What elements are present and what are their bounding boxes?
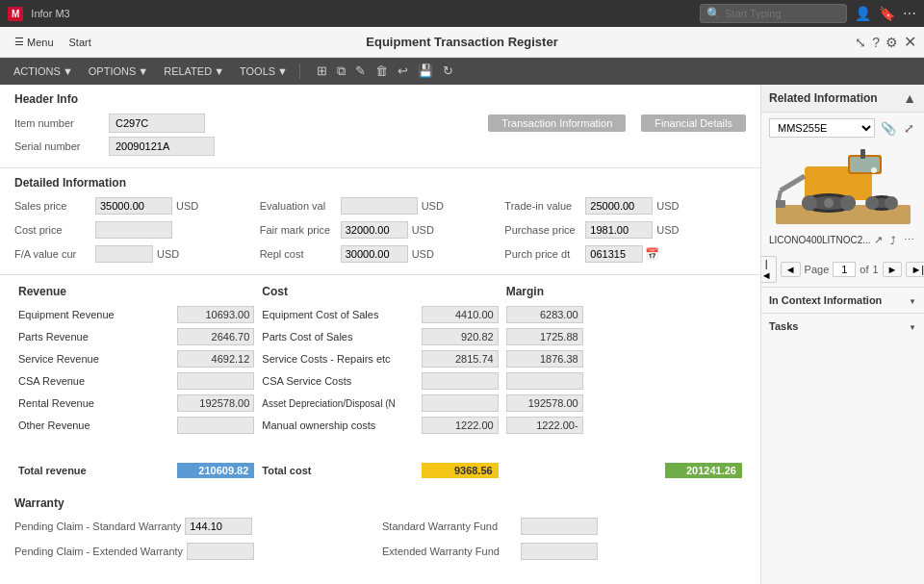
share-icon[interactable]: ⤴ bbox=[888, 232, 898, 248]
close-button[interactable]: ✕ bbox=[904, 33, 916, 51]
cost-price-input[interactable] bbox=[95, 221, 172, 239]
cost-price-label: Cost price bbox=[14, 224, 91, 236]
svg-point-17 bbox=[871, 167, 877, 173]
related-dropdown-row: MMS255E 📎 ⤢ bbox=[761, 113, 924, 143]
revenue-row-1: Parts Revenue 2646.70 bbox=[14, 326, 258, 347]
search-input[interactable] bbox=[725, 8, 840, 19]
serial-number-input[interactable] bbox=[109, 137, 215, 156]
evaluation-val-input[interactable] bbox=[341, 197, 418, 215]
last-page-button[interactable]: ►| bbox=[906, 262, 924, 277]
margin-header: Margin bbox=[502, 283, 746, 300]
related-panel-collapse[interactable]: ▲ bbox=[903, 90, 916, 106]
related-panel-title: Related Information bbox=[769, 91, 878, 105]
related-dropdown[interactable]: MMS255E bbox=[769, 118, 875, 138]
menu-button[interactable]: ☰ Menu bbox=[8, 32, 61, 52]
delete-icon[interactable]: 🗑 bbox=[372, 62, 391, 81]
related-pagination: |◄ ◄ Page of 1 ► ►| bbox=[761, 252, 924, 287]
warranty-section: Warranty Pending Claim - Standard Warran… bbox=[0, 489, 760, 571]
start-button[interactable]: Start bbox=[63, 33, 98, 52]
calendar-icon[interactable]: 📅 bbox=[645, 247, 659, 261]
repl-cost-input[interactable] bbox=[341, 245, 408, 263]
fair-mark-price-input[interactable] bbox=[341, 221, 408, 239]
sales-price-unit: USD bbox=[176, 200, 198, 212]
undo-icon[interactable]: ↩ bbox=[395, 62, 411, 81]
pending-extended-input[interactable] bbox=[187, 543, 254, 560]
separator-1 bbox=[299, 63, 300, 79]
pending-standard-input[interactable] bbox=[185, 518, 252, 535]
revenue-row-2: Service Revenue 4692.12 bbox=[14, 348, 258, 369]
app-name: Infor M3 bbox=[31, 8, 69, 19]
purch-price-dt-input-group: 📅 bbox=[585, 245, 659, 263]
margin-row-5: 1222.00- bbox=[502, 415, 746, 436]
trade-in-value-row: Trade-in value USD bbox=[504, 197, 746, 215]
user-icon[interactable]: 👤 bbox=[855, 6, 871, 21]
more-dots-icon[interactable]: ⋯ bbox=[902, 232, 916, 248]
edit-icon[interactable]: ✎ bbox=[352, 62, 369, 81]
options-menu[interactable]: OPTIONS ▼ bbox=[83, 63, 154, 79]
standard-fund-row: Standard Warranty Fund bbox=[382, 518, 746, 535]
related-menu[interactable]: RELATED ▼ bbox=[158, 63, 230, 79]
rcm-grid: Revenue Equipment Revenue 10693.00 Parts… bbox=[14, 283, 746, 481]
purch-price-dt-input[interactable] bbox=[585, 245, 643, 263]
margin-row-2: 1876.38 bbox=[502, 348, 746, 369]
revenue-row-3: CSA Revenue bbox=[14, 370, 258, 392]
standard-fund-input[interactable] bbox=[521, 518, 598, 535]
detailed-info-title: Detailed Information bbox=[14, 176, 746, 190]
refresh-icon[interactable]: ↻ bbox=[440, 62, 456, 81]
tools-menu[interactable]: TOOLS ▼ bbox=[234, 63, 294, 79]
svg-point-9 bbox=[840, 195, 856, 211]
tasks-section: Tasks bbox=[761, 313, 924, 339]
next-page-button[interactable]: ► bbox=[883, 262, 903, 277]
search-bar[interactable]: 🔍 bbox=[700, 4, 847, 23]
in-context-header[interactable]: In Context Information bbox=[769, 293, 916, 307]
trade-in-value-input[interactable] bbox=[585, 197, 653, 215]
margin-total-value: 201241.26 bbox=[665, 463, 742, 478]
standard-fund-label: Standard Warranty Fund bbox=[382, 521, 517, 532]
svg-point-10 bbox=[824, 198, 834, 208]
margin-row-0: 6283.00 bbox=[502, 304, 746, 325]
evaluation-val-unit: USD bbox=[422, 200, 444, 212]
svg-point-8 bbox=[802, 195, 817, 211]
add-icon[interactable]: ⊞ bbox=[314, 62, 330, 81]
sales-price-input[interactable] bbox=[95, 197, 172, 215]
revenue-total-value: 210609.82 bbox=[177, 463, 254, 478]
revenue-row-5: Other Revenue bbox=[14, 415, 258, 436]
item-number-row: Item number Transaction Information Fina… bbox=[14, 114, 746, 133]
fa-value-row: F/A value cur USD bbox=[14, 245, 256, 263]
extended-fund-input[interactable] bbox=[521, 543, 598, 560]
financial-details-button[interactable]: Financial Details bbox=[641, 114, 746, 132]
help-icon[interactable]: ? bbox=[872, 35, 880, 50]
pending-extended-row: Pending Claim - Extended Warranty bbox=[14, 543, 378, 560]
page-number-input[interactable] bbox=[833, 262, 856, 277]
revenue-total-row: Total revenue 210609.82 bbox=[14, 460, 258, 481]
bookmark-icon[interactable]: 🔖 bbox=[879, 6, 895, 21]
fullscreen-icon[interactable]: ⤡ bbox=[855, 35, 866, 50]
actions-menu[interactable]: ACTIONS ▼ bbox=[8, 63, 79, 79]
related-caption: LICONO400LITNOC2... ↗ ⤴ ⋯ bbox=[761, 228, 924, 252]
action-icons: ⊞ ⧉ ✎ 🗑 ↩ 💾 ↻ bbox=[314, 62, 456, 81]
tasks-header[interactable]: Tasks bbox=[769, 319, 916, 333]
first-page-button[interactable]: |◄ bbox=[760, 256, 777, 283]
copy-icon[interactable]: ⧉ bbox=[334, 62, 348, 81]
main-layout: Header Info Item number Transaction Info… bbox=[0, 85, 924, 584]
tasks-title: Tasks bbox=[769, 320, 798, 332]
prev-page-button[interactable]: ◄ bbox=[781, 262, 801, 277]
more-icon[interactable]: ⋯ bbox=[903, 6, 916, 21]
open-icon[interactable]: ↗ bbox=[872, 232, 885, 248]
expand-icon[interactable]: ⤢ bbox=[902, 119, 916, 138]
trade-in-value-label: Trade-in value bbox=[504, 200, 581, 212]
repl-cost-row: Repl cost USD bbox=[260, 245, 501, 263]
purchase-price-input[interactable] bbox=[585, 221, 653, 239]
serial-number-label: Serial number bbox=[14, 140, 101, 152]
in-context-section: In Context Information bbox=[761, 287, 924, 313]
page-total: 1 bbox=[872, 264, 878, 275]
fa-value-input[interactable] bbox=[95, 245, 153, 263]
settings-icon[interactable]: ⚙ bbox=[886, 35, 898, 50]
save-icon[interactable]: 💾 bbox=[415, 62, 436, 81]
extended-fund-row: Extended Warranty Fund bbox=[382, 543, 746, 560]
item-number-label: Item number bbox=[14, 117, 101, 129]
cost-row-4: Asset Depreciation/Disposal (N bbox=[258, 393, 501, 414]
item-number-input[interactable] bbox=[109, 114, 205, 133]
attach-icon[interactable]: 📎 bbox=[879, 119, 898, 138]
transaction-info-button[interactable]: Transaction Information bbox=[488, 114, 626, 132]
